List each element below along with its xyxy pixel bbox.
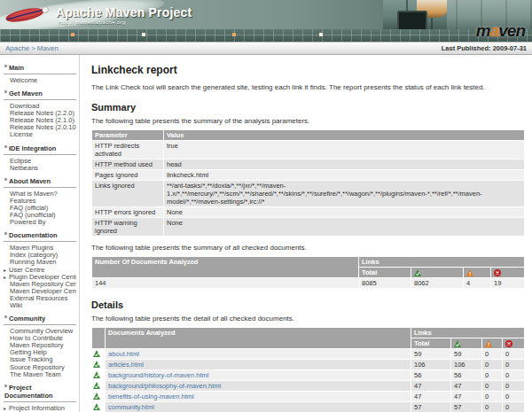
links-total: 59	[411, 349, 450, 359]
details-heading: Details	[91, 299, 525, 310]
sidebar-item-maven-developer-centre[interactable]: Maven Developer Centre	[4, 288, 76, 295]
parameter-value: head	[164, 159, 524, 169]
sidebar-section-title: About Maven	[4, 177, 76, 188]
document-link-community-html[interactable]: community.html	[108, 403, 154, 411]
sidebar-item-plugin-developer-centre[interactable]: ▸Plugin Developer Centre	[4, 274, 76, 281]
chevron-right-icon[interactable]: ▸	[4, 274, 9, 281]
breadcrumb-link-apache[interactable]: Apache	[5, 44, 29, 52]
table-row: background/history-of-maven.html565600	[92, 370, 524, 380]
section-marker-icon	[4, 65, 7, 67]
parameters-table: Parameter Value HTTP redirects activated…	[91, 129, 525, 237]
links-error: 0	[503, 392, 524, 401]
breadcrumb-link-maven[interactable]: Maven	[37, 44, 59, 52]
sidebar-item-faq-unofficial[interactable]: FAQ (unofficial)	[4, 212, 76, 219]
links-valid: 59	[451, 349, 481, 359]
sidebar-item-features[interactable]: Features	[4, 198, 76, 205]
error-icon	[494, 269, 501, 276]
details-header-documents: Documents Analyzed	[106, 328, 411, 348]
chevron-right-icon[interactable]: ▸	[4, 267, 9, 274]
document-link-background-philosophy-of-maven-html[interactable]: background/philosophy-of-maven.html	[108, 382, 221, 390]
details-header-status	[92, 328, 105, 348]
success-icon	[93, 361, 100, 368]
maven-logo: maven	[476, 21, 525, 41]
sidebar-section-title: Get Maven	[4, 89, 76, 100]
sidebar-item-powered-by[interactable]: Powered By	[4, 219, 76, 226]
sidebar-item-maven-repository-centre[interactable]: Maven Repository Centre	[4, 281, 76, 288]
sidebar-item-maven-plugins[interactable]: Maven Plugins	[4, 245, 76, 252]
breadcrumb-bar: Apache>Maven Last Published: 2009-07-31	[0, 42, 532, 55]
sidebar-item-what-is-maven[interactable]: What is Maven?	[4, 190, 76, 198]
parameter-name: HTTP method used	[92, 159, 163, 169]
intro-text: The Link Check tool will search the gene…	[91, 83, 525, 91]
parameter-name: HTTP redirects activated	[92, 141, 163, 159]
grid-decoration	[319, 33, 323, 36]
sidebar-item-release-notes-2-0-10[interactable]: Release Notes (2.0.10)	[4, 124, 76, 131]
links-error: 0	[503, 349, 524, 359]
sidebar-item-welcome[interactable]: Welcome	[4, 77, 76, 84]
links-warning: 0	[482, 360, 502, 369]
sidebar-item-eclipse[interactable]: Eclipse	[4, 158, 76, 165]
summary-total: 8085	[359, 278, 411, 288]
parameter-row: HTTP errors ignoredNone	[92, 207, 524, 217]
parameter-row: HTTP method usedhead	[92, 159, 524, 169]
table-row: community.html575700	[92, 402, 524, 412]
sidebar-section-get-maven: Get MavenDownloadRelease Notes (2.2.0)Re…	[4, 89, 76, 138]
document-link-benefits-of-using-maven-html[interactable]: benefits-of-using-maven.html	[108, 393, 194, 400]
sidebar-item-index-category[interactable]: Index (category)	[4, 252, 76, 259]
sidebar-item-wiki[interactable]: Wiki	[4, 302, 76, 309]
sidebar-item-user-centre[interactable]: ▸User Centre	[4, 267, 76, 274]
sidebar-item-release-notes-2-1-0[interactable]: Release Notes (2.1.0)	[4, 117, 76, 124]
sidebar-section-title: Main	[4, 64, 76, 74]
sidebar-item-source-repository[interactable]: Source Repository	[4, 364, 76, 371]
links-warning: 0	[482, 349, 502, 359]
sidebar-section-main: MainWelcome	[4, 64, 76, 84]
parameter-name: HTTP warning ignored	[92, 218, 163, 236]
maven-logo-m: m	[476, 21, 490, 40]
site-title: Apache Maven Project	[56, 5, 192, 19]
summary-header-total: Total	[359, 268, 411, 277]
sidebar-item-download[interactable]: Download	[4, 103, 76, 110]
links-total: 57	[411, 402, 450, 412]
documents-summary-table: Number Of Documents Analyzed Links Total…	[91, 256, 525, 289]
sidebar-item-netbeans[interactable]: Netbeans	[4, 165, 76, 172]
sidebar-section-about-maven: About MavenWhat is Maven?FeaturesFAQ (of…	[4, 177, 76, 226]
banner-grid-band	[0, 29, 532, 42]
last-published: Last Published: 2009-07-31	[442, 43, 527, 54]
document-link-articles-html[interactable]: articles.html	[108, 361, 144, 369]
document-link-background-history-of-maven-html[interactable]: background/history-of-maven.html	[108, 371, 208, 379]
sidebar-section-ide-integration: IDE IntegrationEclipseNetbeans	[4, 144, 76, 172]
parameter-value: None	[164, 218, 524, 236]
parameter-name: Pages ignored	[92, 170, 163, 180]
sidebar-section-title: IDE Integration	[4, 144, 76, 155]
grid-decoration	[232, 33, 236, 36]
sidebar-item-running-maven[interactable]: Running Maven	[4, 259, 76, 266]
chevron-right-icon[interactable]: ▸	[4, 405, 9, 412]
sidebar-item-how-to-contribute[interactable]: How to Contribute	[4, 335, 76, 342]
sidebar-section-title: Community	[4, 315, 76, 325]
sidebar-section-title: Project Documentation	[4, 384, 76, 402]
sidebar-item-community-overview[interactable]: Community Overview	[4, 328, 76, 335]
sidebar-item-license[interactable]: License	[4, 131, 76, 138]
sidebar-section-community: CommunityCommunity OverviewHow to Contri…	[4, 315, 76, 378]
links-error: 0	[503, 381, 524, 391]
section-marker-icon	[4, 178, 7, 181]
sidebar-item-the-maven-team[interactable]: The Maven Team	[4, 371, 76, 378]
breadcrumb: Apache>Maven	[5, 43, 59, 54]
sidebar-item-release-notes-2-2-0[interactable]: Release Notes (2.2.0)	[4, 110, 76, 117]
sidebar-item-external-resources[interactable]: External Resources	[4, 295, 76, 302]
sidebar-item-getting-help[interactable]: Getting Help	[4, 349, 76, 356]
parameter-value: None	[164, 207, 524, 217]
links-warning: 0	[482, 392, 502, 401]
sidebar-item-issue-tracking[interactable]: Issue Tracking	[4, 356, 76, 363]
sidebar-item-faq-official[interactable]: FAQ (official)	[4, 205, 76, 212]
details-intro: The following table presents the detail …	[91, 315, 525, 323]
sidebar-item-project-information[interactable]: ▸Project Information	[4, 405, 76, 412]
grid-decoration	[142, 33, 145, 36]
sidebar-section-project-documentation: Project Documentation▸Project Informatio…	[4, 384, 76, 412]
params-header-value: Value	[164, 130, 524, 140]
sidebar-item-maven-repository[interactable]: Maven Repository	[4, 342, 76, 349]
parameter-row: Pages ignoredlinkcheck.html	[92, 170, 524, 180]
document-link-about-html[interactable]: about.html	[108, 350, 139, 358]
params-header-parameter: Parameter	[92, 130, 163, 140]
site-banner: Apache Maven Project http:// maven.apach…	[0, 0, 532, 42]
